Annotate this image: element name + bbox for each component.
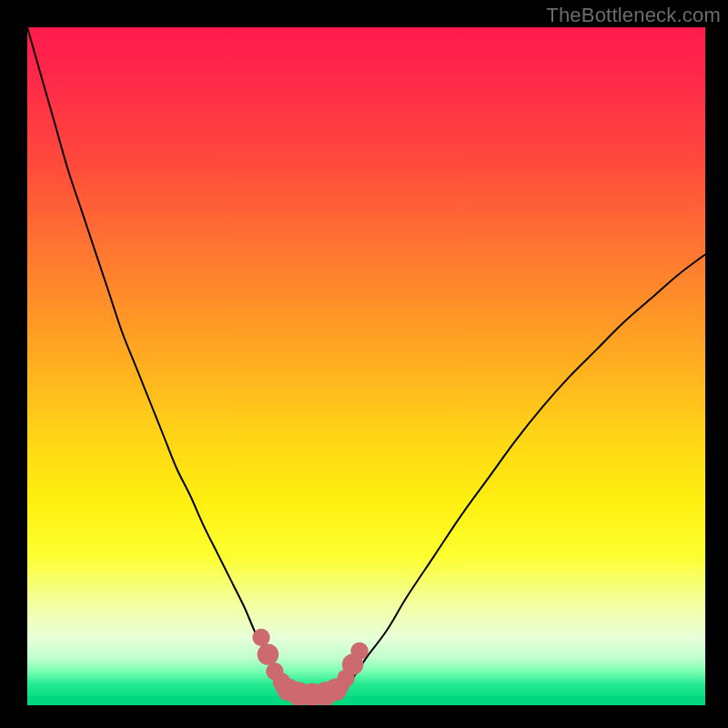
- marker-group: [252, 629, 368, 705]
- plot-area: [27, 27, 705, 705]
- curve-marker: [252, 629, 269, 646]
- curve-layer: [27, 27, 705, 705]
- curve-marker: [258, 643, 278, 664]
- left-curve: [27, 27, 285, 692]
- watermark-text: TheBottleneck.com: [546, 4, 721, 27]
- chart-frame: TheBottleneck.com: [0, 0, 728, 728]
- curve-marker: [350, 642, 368, 660]
- right-curve: [339, 255, 705, 691]
